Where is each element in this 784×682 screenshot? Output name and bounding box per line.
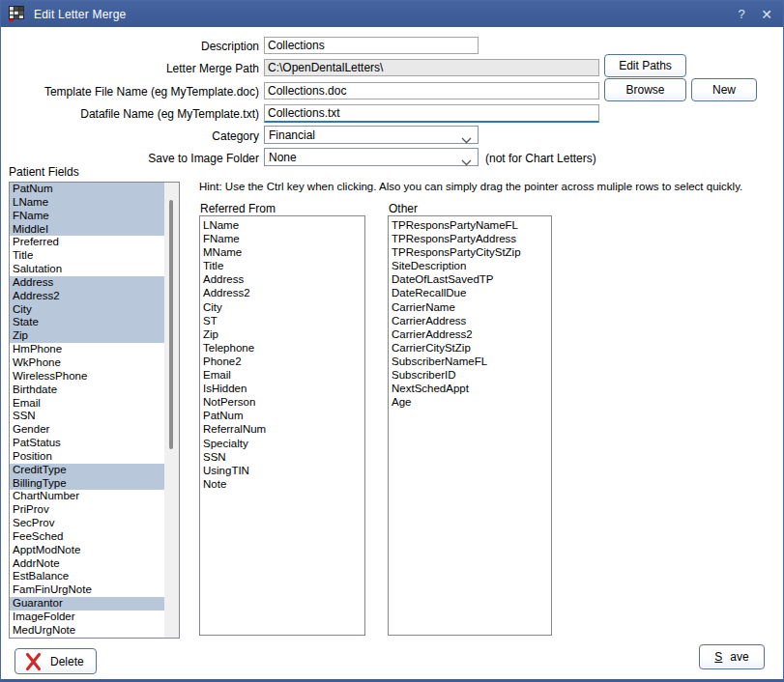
delete-button[interactable]: Delete (15, 648, 97, 674)
list-item[interactable]: HmPhone (10, 343, 164, 356)
list-item[interactable]: Specialty (200, 437, 364, 450)
scrollbar[interactable] (164, 183, 179, 638)
list-item[interactable]: SiteDescription (389, 259, 551, 272)
list-item[interactable]: Email (200, 368, 364, 382)
close-button[interactable]: ✕ (752, 1, 781, 27)
list-item[interactable]: City (200, 300, 364, 314)
list-item[interactable]: FamFinUrgNote (10, 583, 164, 597)
list-item[interactable]: TPResponsPartyCityStZip (389, 245, 551, 259)
list-item[interactable]: Phone2 (200, 355, 364, 368)
list-item[interactable]: SecProv (10, 517, 164, 530)
list-item[interactable]: SSN (200, 450, 364, 464)
category-select[interactable]: Financial (264, 126, 479, 144)
list-item[interactable]: CreditType (10, 464, 164, 477)
list-item[interactable]: MName (200, 245, 364, 259)
list-item[interactable]: SubscriberNameFL (389, 355, 551, 368)
list-item[interactable]: FeeSched (10, 530, 164, 544)
list-item[interactable]: WkPhone (10, 356, 164, 370)
list-item[interactable]: Address2 (10, 290, 164, 303)
list-item[interactable]: PatStatus (10, 437, 164, 450)
list-item[interactable]: WirelessPhone (10, 370, 164, 384)
list-item[interactable]: Address (200, 272, 364, 286)
list-item[interactable]: CarrierCityStZip (389, 341, 551, 355)
list-item[interactable]: IsHidden (200, 382, 364, 395)
list-item[interactable]: SSN (10, 410, 164, 423)
list-item[interactable]: FName (10, 210, 164, 223)
referred-from-label: Referred From (200, 202, 276, 215)
template-file-input[interactable] (264, 82, 599, 99)
list-item[interactable]: UsingTIN (200, 464, 364, 477)
list-item[interactable]: Preferred (10, 236, 164, 249)
chevron-down-icon (461, 133, 472, 147)
list-item[interactable]: CarrierAddress (389, 314, 551, 327)
grid-table-icon (9, 6, 25, 22)
list-item[interactable]: TPResponsPartyAddress (389, 232, 551, 245)
image-folder-label: Save to Image Folder (1, 152, 259, 165)
list-item[interactable]: PatNum (10, 183, 164, 196)
list-item[interactable]: Position (10, 450, 164, 464)
list-item[interactable]: AddrNote (10, 557, 164, 571)
hint-text: Hint: Use the Ctrl key when clicking. Al… (199, 181, 779, 192)
description-input[interactable] (264, 37, 479, 54)
list-item[interactable]: Email (10, 397, 164, 411)
category-label: Category (1, 129, 259, 143)
list-item[interactable]: Note (200, 477, 364, 491)
image-folder-select[interactable]: None (264, 148, 479, 166)
list-item[interactable]: NotPerson (200, 395, 364, 409)
list-item[interactable]: Zip (200, 327, 364, 341)
list-item[interactable]: Telephone (200, 341, 364, 355)
list-item[interactable]: Age (389, 395, 551, 409)
list-item[interactable]: TPResponsPartyNameFL (389, 218, 551, 232)
list-item[interactable]: MiddleI (10, 223, 164, 237)
list-item[interactable]: Salutation (10, 263, 164, 276)
image-folder-note: (not for Chart Letters) (485, 152, 596, 165)
list-item[interactable]: ChartNumber (10, 490, 164, 503)
list-item[interactable]: ReferralNum (200, 422, 364, 436)
browse-button[interactable]: Browse (604, 78, 686, 101)
list-item[interactable]: MedUrgNote (10, 624, 164, 638)
patient-fields-list: PatNumLNameFNameMiddleIPreferredTitleSal… (9, 182, 180, 639)
list-item[interactable]: ApptModNote (10, 544, 164, 557)
edit-letter-merge-dialog: Edit Letter Merge ? ✕ Description Letter… (0, 0, 784, 682)
list-item[interactable]: Title (200, 259, 364, 272)
list-item[interactable]: State (10, 316, 164, 329)
red-x-icon (24, 652, 43, 671)
list-item[interactable]: FName (200, 232, 364, 245)
list-item[interactable]: BillingType (10, 477, 164, 491)
description-label: Description (1, 40, 259, 53)
save-button[interactable]: Save (699, 644, 765, 669)
image-folder-selected-value: None (269, 151, 297, 164)
chevron-down-icon (461, 156, 472, 169)
edit-paths-button[interactable]: Edit Paths (604, 54, 686, 77)
title-bar: Edit Letter Merge ? ✕ (1, 1, 783, 27)
list-item[interactable]: LName (200, 218, 364, 232)
list-item[interactable]: LName (10, 196, 164, 210)
list-item[interactable]: Guarantor (10, 597, 164, 611)
list-item[interactable]: Address2 (200, 286, 364, 299)
letter-merge-path-input[interactable] (264, 59, 599, 76)
scrollbar-thumb[interactable] (169, 200, 173, 449)
list-item[interactable]: PriProv (10, 503, 164, 517)
other-label: Other (389, 202, 418, 215)
list-item[interactable]: DateRecallDue (389, 286, 551, 299)
list-item[interactable]: CarrierName (389, 300, 551, 314)
list-item[interactable]: Title (10, 249, 164, 263)
list-item[interactable]: EstBalance (10, 570, 164, 583)
list-item[interactable]: PatNum (200, 409, 364, 422)
template-file-label: Template File Name (eg MyTemplate.doc) (1, 85, 259, 99)
window-title: Edit Letter Merge (34, 8, 126, 21)
list-item[interactable]: Gender (10, 423, 164, 437)
list-item[interactable]: City (10, 303, 164, 317)
list-item[interactable]: ST (200, 314, 364, 327)
list-item[interactable]: Zip (10, 329, 164, 343)
letter-merge-path-label: Letter Merge Path (1, 62, 259, 75)
list-item[interactable]: NextSchedAppt (389, 382, 551, 395)
list-item[interactable]: DateOfLastSavedTP (389, 272, 551, 286)
list-item[interactable]: ImageFolder (10, 611, 164, 624)
list-item[interactable]: Birthdate (10, 384, 164, 397)
list-item[interactable]: SubscriberID (389, 368, 551, 382)
datafile-input[interactable] (264, 104, 599, 123)
list-item[interactable]: Address (10, 276, 164, 290)
new-button[interactable]: New (691, 78, 757, 101)
list-item[interactable]: CarrierAddress2 (389, 327, 551, 341)
